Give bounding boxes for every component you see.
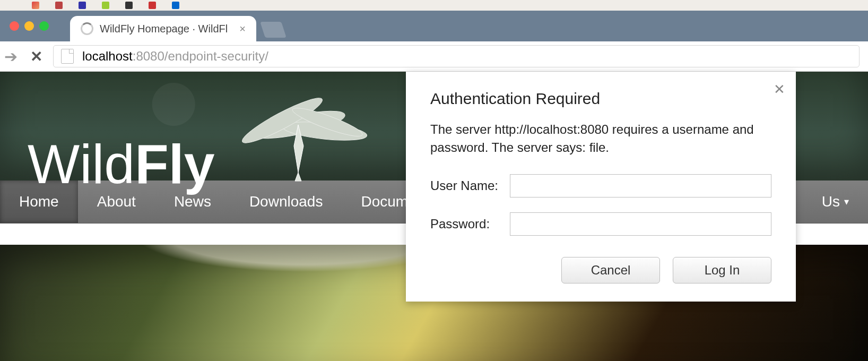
- username-input[interactable]: [510, 174, 771, 197]
- cancel-button[interactable]: Cancel: [561, 257, 660, 283]
- auth-message: The server http://localhost:8080 require…: [430, 121, 771, 156]
- auth-dialog: ✕ Authentication Required The server htt…: [406, 72, 796, 302]
- page-viewport: WildFly Home About News Downloads Docume…: [0, 72, 868, 361]
- window-controls: [10, 21, 49, 31]
- loading-spinner-icon: [81, 22, 93, 35]
- logo-text-bold: Fly: [135, 133, 214, 196]
- toolbar: ➔ ✕ localhost:8080/endpoint-security/: [0, 41, 868, 72]
- username-field: User Name:: [430, 174, 771, 197]
- close-tab-icon[interactable]: ×: [239, 23, 246, 35]
- browser-tab[interactable]: WildFly Homepage · WildFl ×: [70, 16, 256, 41]
- bookmark-bar: [0, 0, 868, 11]
- zoom-window-button[interactable]: [39, 21, 49, 31]
- url-host: localhost: [82, 49, 133, 63]
- minimize-window-button[interactable]: [24, 21, 34, 31]
- password-input[interactable]: [510, 212, 771, 236]
- new-tab-button[interactable]: [260, 22, 287, 38]
- forward-icon[interactable]: ➔: [2, 47, 20, 66]
- login-button[interactable]: Log In: [673, 257, 771, 283]
- dragonfly-icon: [219, 93, 388, 183]
- address-bar[interactable]: localhost:8080/endpoint-security/: [53, 45, 860, 67]
- auth-buttons: Cancel Log In: [430, 257, 771, 283]
- stop-reload-icon[interactable]: ✕: [30, 48, 42, 65]
- tab-title: WildFly Homepage · WildFl: [100, 23, 228, 35]
- wildfly-logo: WildFly: [28, 93, 388, 196]
- nav-join-us-label: Us: [822, 193, 840, 210]
- logo-text-light: Wild: [28, 133, 135, 196]
- url-text: localhost:8080/endpoint-security/: [82, 49, 268, 64]
- close-dialog-icon[interactable]: ✕: [774, 81, 785, 98]
- auth-title: Authentication Required: [430, 90, 771, 108]
- tab-bar: WildFly Homepage · WildFl ×: [0, 11, 868, 41]
- username-label: User Name:: [430, 178, 510, 193]
- page-icon: [61, 49, 74, 64]
- close-window-button[interactable]: [10, 21, 19, 31]
- password-field: Password:: [430, 212, 771, 236]
- url-path: /endpoint-security/: [164, 49, 268, 63]
- url-port: :8080: [133, 49, 164, 63]
- password-label: Password:: [430, 217, 510, 231]
- chevron-down-icon: ▾: [844, 196, 849, 208]
- nav-join-us[interactable]: Us ▾: [803, 180, 868, 223]
